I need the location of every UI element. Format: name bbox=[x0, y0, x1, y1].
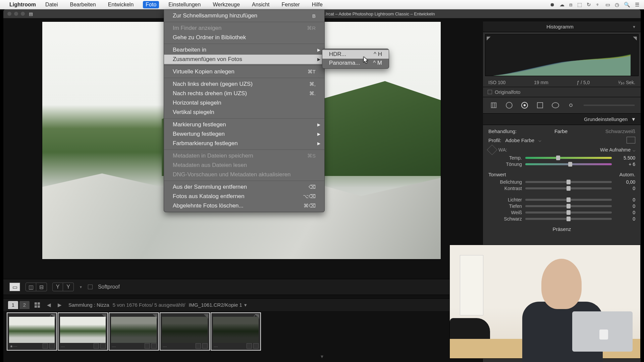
basic-header[interactable]: Grundeinstellungen▼ bbox=[483, 114, 641, 125]
brush-size-slider[interactable] bbox=[584, 105, 635, 106]
treatment-bw[interactable]: Schwarzweiß bbox=[605, 128, 635, 134]
wb-value[interactable]: Wie Aufnahme bbox=[600, 147, 631, 153]
gradient-tool-icon[interactable] bbox=[535, 101, 545, 110]
menu-bearbeiten[interactable]: Bearbeiten bbox=[67, 1, 98, 8]
submenu-hdr[interactable]: HDR...^ H bbox=[322, 50, 389, 59]
minimize-window-button[interactable] bbox=[14, 12, 18, 16]
menu-rotate-right[interactable]: Nach rechts drehen (im UZS)⌘. bbox=[164, 89, 324, 98]
nav-next-icon[interactable]: ▶ bbox=[58, 302, 62, 308]
spot-tool-icon[interactable] bbox=[504, 101, 514, 110]
slider-whites[interactable]: Weiß0 bbox=[488, 210, 635, 215]
menu-remove-catalog[interactable]: Fotos aus Katalog entfernen⌥⌫ bbox=[164, 192, 324, 201]
wifi-icon[interactable]: ᯤ bbox=[596, 2, 601, 7]
slider-tint[interactable]: Tönung+ 6 bbox=[488, 162, 635, 167]
menu-hilfe[interactable]: Hilfe bbox=[309, 1, 325, 8]
eyedropper-icon[interactable] bbox=[487, 144, 497, 155]
treatment-color[interactable]: Farbe bbox=[554, 128, 568, 134]
crop-tool-icon[interactable] bbox=[489, 101, 498, 110]
slider-temp[interactable]: Temp.5.500 bbox=[488, 155, 635, 161]
app-name[interactable]: Lightroom bbox=[9, 2, 36, 8]
menu-entwickeln[interactable]: Entwickeln bbox=[105, 1, 136, 8]
menu-foto[interactable]: Foto bbox=[143, 1, 159, 8]
screen-record-icon[interactable]: ⏺ bbox=[550, 2, 555, 7]
svg-rect-5 bbox=[35, 305, 37, 308]
thumbnail-1[interactable]: ★···· bbox=[7, 313, 56, 350]
slider-exposure[interactable]: Belichtung0,00 bbox=[488, 179, 635, 185]
radial-tool-icon[interactable] bbox=[551, 101, 560, 110]
histogram[interactable]: ◤ ◥ bbox=[485, 34, 639, 76]
menu-set-color[interactable]: Farbmarkierung festlegen▶ bbox=[164, 139, 324, 148]
submenu-panorama[interactable]: Panorama...^ M bbox=[322, 59, 389, 67]
thumbnail-3[interactable]: ···· bbox=[109, 313, 158, 350]
brush-tool-icon[interactable] bbox=[566, 101, 576, 110]
before-after-lr-button[interactable]: ◫ bbox=[25, 283, 36, 291]
menu-save-metadata: Metadaten in Dateien speichern⌘S bbox=[164, 151, 324, 161]
compare-y2-button[interactable]: Y bbox=[63, 283, 74, 291]
softproof-label: Softproof bbox=[98, 284, 120, 290]
cc-icon[interactable]: ☁︎ bbox=[559, 2, 565, 8]
dropbox-icon[interactable]: ⬚ bbox=[577, 2, 582, 8]
svg-rect-0 bbox=[491, 103, 496, 108]
menu-ansicht[interactable]: Ansicht bbox=[249, 1, 272, 8]
menu-icon[interactable]: ☰ bbox=[635, 2, 639, 8]
sync-icon[interactable]: ↻ bbox=[587, 2, 591, 8]
menu-set-rating[interactable]: Bewertung festlegen▶ bbox=[164, 129, 324, 139]
slider-blacks[interactable]: Schwarz0 bbox=[488, 216, 635, 222]
search-icon[interactable]: 🔍 bbox=[624, 2, 630, 8]
profile-row: Profil: Adobe Farbe ⌵ bbox=[488, 137, 635, 143]
menu-fenster[interactable]: Fenster bbox=[279, 1, 303, 8]
menu-einstellungen[interactable]: Einstellungen bbox=[166, 1, 203, 8]
presence-head: Präsenz bbox=[552, 226, 571, 232]
slider-shadows[interactable]: Tiefen0 bbox=[488, 203, 635, 209]
softproof-checkbox[interactable] bbox=[88, 285, 93, 289]
thumbnail-4[interactable]: ···· bbox=[160, 313, 209, 350]
profile-browser-icon[interactable] bbox=[627, 137, 635, 143]
nav-prev-icon[interactable]: ◀ bbox=[47, 302, 51, 308]
zoom-window-button[interactable] bbox=[21, 12, 25, 16]
original-checkbox[interactable] bbox=[488, 90, 492, 94]
slider-highlights[interactable]: Lichter0 bbox=[488, 197, 635, 202]
view-options-dropdown[interactable]: ▼ bbox=[79, 285, 83, 289]
thumbnail-2[interactable]: ···· bbox=[58, 313, 107, 350]
menu-remove-collection[interactable]: Aus der Sammlung entfernen⌫ bbox=[164, 182, 324, 192]
svg-rect-6 bbox=[38, 305, 40, 308]
slider-contrast[interactable]: Kontrast0 bbox=[488, 186, 635, 191]
histogram-clip-right-icon[interactable]: ◥ bbox=[633, 35, 637, 39]
exif-aperture: ƒ / 5,0 bbox=[577, 80, 590, 85]
menu-werkzeuge[interactable]: Werkzeuge bbox=[210, 1, 243, 8]
histogram-header[interactable]: Histogramm▼ bbox=[483, 21, 641, 32]
auto-button[interactable]: Autom. bbox=[619, 172, 635, 177]
original-row[interactable]: Originalfoto bbox=[483, 87, 641, 97]
menu-quick-collection[interactable]: Zur Schnellsammlung hinzufügenB bbox=[164, 11, 324, 20]
display-2-tab[interactable]: 2 bbox=[19, 301, 30, 309]
compare-y-button[interactable]: Y bbox=[52, 283, 63, 291]
profile-value[interactable]: Adobe Farbe bbox=[505, 137, 534, 143]
menu-flip-h[interactable]: Horizontal spiegeln bbox=[164, 98, 324, 108]
display-1-tab[interactable]: 1 bbox=[8, 301, 18, 309]
menu-edit-in[interactable]: Bearbeiten in▶ bbox=[164, 45, 324, 55]
window-title: Lightroom Catalog (Arbeitskopie 2018-06-… bbox=[36, 11, 637, 16]
redeye-tool-icon[interactable] bbox=[520, 101, 529, 110]
menu-rotate-left[interactable]: Nach links drehen (gegen UZS)⌘, bbox=[164, 79, 324, 89]
thumbnail-5[interactable]: ···· bbox=[211, 313, 260, 350]
close-window-button[interactable] bbox=[7, 12, 11, 16]
menu-datei[interactable]: Datei bbox=[43, 1, 60, 8]
battery-icon[interactable]: ▭ bbox=[605, 2, 610, 8]
menu-delete-rejected[interactable]: Abgelehnte Fotos löschen...⌘⌫ bbox=[164, 201, 324, 210]
menu-virtual-copy[interactable]: Virtuelle Kopien anlegen⌘T bbox=[164, 67, 324, 76]
menu-set-flag[interactable]: Markierung festlegen▶ bbox=[164, 120, 324, 129]
filename-dropdown-icon[interactable]: ▾ bbox=[244, 302, 247, 308]
db1-icon[interactable]: ⧈ bbox=[569, 2, 573, 8]
current-filename[interactable]: IMG_1061.CR2/Kopie 1 bbox=[189, 302, 242, 308]
loupe-view-button[interactable]: ▭ bbox=[9, 283, 20, 291]
menu-goto-folder[interactable]: Gehe zu Ordner in Bibliothek bbox=[164, 33, 324, 42]
histogram-clip-left-icon[interactable]: ◤ bbox=[487, 35, 491, 39]
menu-photo-merge[interactable]: Zusammenfügen von Fotos▶ bbox=[164, 55, 324, 64]
svg-rect-3 bbox=[35, 302, 37, 305]
doc-icon: ▤ bbox=[29, 11, 33, 16]
before-after-tb-button[interactable]: ⊟ bbox=[36, 283, 47, 291]
menu-flip-v[interactable]: Vertikal spiegeln bbox=[164, 108, 324, 117]
clock-icon[interactable]: ◷ bbox=[615, 2, 619, 8]
grid-icon[interactable] bbox=[34, 302, 40, 308]
collection-name[interactable]: Sammlung : Nizza bbox=[68, 302, 109, 308]
